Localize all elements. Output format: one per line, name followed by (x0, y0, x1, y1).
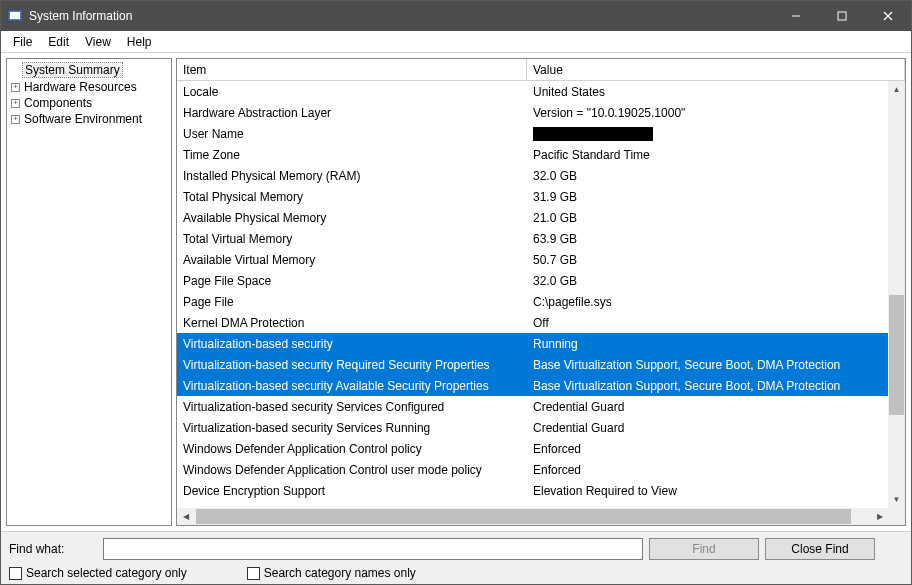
cell-value: Version = "10.0.19025.1000" (527, 106, 888, 120)
table-row[interactable]: Page FileC:\pagefile.sys (177, 291, 888, 312)
cell-item: Available Physical Memory (177, 211, 527, 225)
column-header-value[interactable]: Value (527, 59, 905, 80)
menu-edit[interactable]: Edit (40, 33, 77, 51)
cell-item: Page File (177, 295, 527, 309)
table-row[interactable]: Total Physical Memory31.9 GB (177, 186, 888, 207)
list-header: Item Value (177, 59, 905, 81)
table-row[interactable]: Total Virtual Memory63.9 GB (177, 228, 888, 249)
cell-value: 50.7 GB (527, 253, 888, 267)
vertical-scrollbar[interactable]: ▲ ▼ (888, 81, 905, 508)
table-row[interactable]: Windows Defender Application Control pol… (177, 438, 888, 459)
horizontal-scrollbar[interactable]: ◀ ▶ (177, 508, 888, 525)
cell-item: Windows Defender Application Control use… (177, 463, 527, 477)
cell-item: Device Encryption Support (177, 484, 527, 498)
cell-item: Total Virtual Memory (177, 232, 527, 246)
cell-item: Available Virtual Memory (177, 253, 527, 267)
table-row[interactable]: Available Virtual Memory50.7 GB (177, 249, 888, 270)
find-bar: Find what: Find Close Find Search select… (1, 531, 911, 584)
cell-item: Windows Defender Application Control pol… (177, 442, 527, 456)
cell-value: Base Virtualization Support, Secure Boot… (527, 358, 888, 372)
cell-value: Enforced (527, 463, 888, 477)
cell-value: Enforced (527, 442, 888, 456)
scroll-thumb[interactable] (889, 295, 904, 415)
tree-node-system-summary[interactable]: System Summary (7, 61, 171, 79)
cell-item: Virtualization-based security Services R… (177, 421, 527, 435)
cell-value-redacted (533, 127, 653, 141)
table-row[interactable]: Virtualization-based security Services C… (177, 396, 888, 417)
cell-value: United States (527, 85, 888, 99)
body: System Summary + Hardware Resources + Co… (1, 53, 911, 531)
table-row[interactable]: Virtualization-based securityRunning (177, 333, 888, 354)
expand-icon[interactable]: + (11, 99, 20, 108)
find-button[interactable]: Find (649, 538, 759, 560)
menu-help[interactable]: Help (119, 33, 160, 51)
close-find-button[interactable]: Close Find (765, 538, 875, 560)
table-row[interactable]: Windows Defender Application Control use… (177, 459, 888, 480)
menu-file[interactable]: File (5, 33, 40, 51)
menu-view[interactable]: View (77, 33, 119, 51)
cell-item: Time Zone (177, 148, 527, 162)
cell-item: User Name (177, 127, 527, 141)
maximize-button[interactable] (819, 1, 865, 31)
table-row[interactable]: Page File Space32.0 GB (177, 270, 888, 291)
checkbox-icon[interactable] (9, 567, 22, 580)
cell-value: C:\pagefile.sys (527, 295, 888, 309)
cell-item: Hardware Abstraction Layer (177, 106, 527, 120)
tree-node-hardware-resources[interactable]: + Hardware Resources (7, 79, 171, 95)
scroll-right-icon[interactable]: ▶ (871, 508, 888, 525)
cell-item: Installed Physical Memory (RAM) (177, 169, 527, 183)
scroll-left-icon[interactable]: ◀ (177, 508, 194, 525)
cell-value: Off (527, 316, 888, 330)
scroll-up-icon[interactable]: ▲ (888, 81, 905, 98)
expand-icon[interactable]: + (11, 83, 20, 92)
table-row[interactable]: Kernel DMA ProtectionOff (177, 312, 888, 333)
cell-value: Base Virtualization Support, Secure Boot… (527, 379, 888, 393)
cell-value: 31.9 GB (527, 190, 888, 204)
category-tree[interactable]: System Summary + Hardware Resources + Co… (6, 58, 172, 526)
cell-item: Virtualization-based security Required S… (177, 358, 527, 372)
table-row[interactable]: Virtualization-based security Services R… (177, 417, 888, 438)
cell-item: Virtualization-based security Available … (177, 379, 527, 393)
window-buttons (773, 1, 911, 31)
expand-icon[interactable]: + (11, 115, 20, 124)
find-input[interactable] (103, 538, 643, 560)
cell-item: Virtualization-based security Services C… (177, 400, 527, 414)
title-bar[interactable]: System Information (1, 1, 911, 31)
table-row[interactable]: User Name (177, 123, 888, 144)
list-rows[interactable]: LocaleUnited StatesHardware Abstraction … (177, 81, 888, 508)
cell-value: Elevation Required to View (527, 484, 888, 498)
scroll-track[interactable] (888, 98, 905, 491)
scroll-down-icon[interactable]: ▼ (888, 491, 905, 508)
app-window: System Information File Edit View Help S… (0, 0, 912, 585)
tree-node-software-environment[interactable]: + Software Environment (7, 111, 171, 127)
table-row[interactable]: Device Encryption SupportElevation Requi… (177, 480, 888, 501)
checkbox-search-names[interactable]: Search category names only (247, 566, 416, 580)
table-row[interactable]: Virtualization-based security Available … (177, 375, 888, 396)
cell-item: Virtualization-based security (177, 337, 527, 351)
cell-value: 21.0 GB (527, 211, 888, 225)
table-row[interactable]: LocaleUnited States (177, 81, 888, 102)
table-row[interactable]: Hardware Abstraction LayerVersion = "10.… (177, 102, 888, 123)
checkbox-icon[interactable] (247, 567, 260, 580)
close-button[interactable] (865, 1, 911, 31)
table-row[interactable]: Installed Physical Memory (RAM)32.0 GB (177, 165, 888, 186)
tree-node-components[interactable]: + Components (7, 95, 171, 111)
table-row[interactable]: Available Physical Memory21.0 GB (177, 207, 888, 228)
table-row[interactable]: Time ZonePacific Standard Time (177, 144, 888, 165)
column-header-item[interactable]: Item (177, 59, 527, 80)
cell-value: Credential Guard (527, 421, 888, 435)
app-icon (7, 8, 23, 24)
details-list: Item Value LocaleUnited StatesHardware A… (176, 58, 906, 526)
table-row[interactable]: Virtualization-based security Required S… (177, 354, 888, 375)
cell-value: Running (527, 337, 888, 351)
cell-value: Pacific Standard Time (527, 148, 888, 162)
minimize-button[interactable] (773, 1, 819, 31)
scroll-track[interactable] (194, 508, 871, 525)
svg-rect-3 (838, 12, 846, 20)
cell-item: Page File Space (177, 274, 527, 288)
cell-value: Credential Guard (527, 400, 888, 414)
checkbox-search-selected[interactable]: Search selected category only (9, 566, 187, 580)
find-label: Find what: (9, 542, 97, 556)
scroll-thumb[interactable] (196, 509, 851, 524)
scroll-corner (888, 508, 905, 525)
